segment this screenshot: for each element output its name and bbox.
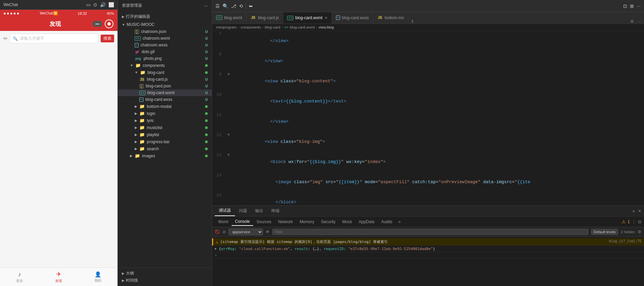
console-gear-icon[interactable]: ⚙ [638, 230, 641, 234]
file-chatroom-json[interactable]: {} chatroom.json U [118, 28, 212, 35]
tab-overflow-icon[interactable]: ··· [636, 19, 644, 24]
folder-playlist[interactable]: ▶ 📁 playlist [118, 131, 212, 138]
console-close-icon[interactable]: ✕ [638, 209, 641, 213]
header-record-button[interactable] [105, 19, 113, 28]
toolbar-separator [246, 3, 246, 9]
file-blog-card-wxml[interactable]: <> blog-card.wxml U [118, 89, 212, 96]
tab-music[interactable]: ♪ 音乐 [0, 268, 39, 286]
line-number: 7 [212, 31, 226, 38]
devtool-tab-security[interactable]: Security [317, 218, 339, 226]
tab-blog-card-wxml[interactable]: <> blog-card.wxml ✕ [283, 12, 332, 24]
png-icon: png [135, 56, 142, 61]
console-header: 调试器 问题 输出 终端 ∧ ✕ [212, 206, 644, 216]
toolbar-search-icon[interactable]: 🔍 [223, 3, 228, 9]
file-blog-card-json[interactable]: {} blog-card.json U [118, 83, 212, 89]
dots-label: ••• [95, 22, 99, 26]
devtool-tab-sources[interactable]: Sources [253, 218, 275, 226]
service-select[interactable]: appservice [229, 229, 263, 235]
toolbar-menu-icon[interactable]: ☰ [215, 3, 220, 9]
code-editor[interactable]: 7 </view> 8 </view> 9 ▼ <view class="blo… [212, 31, 644, 205]
folder-lyric[interactable]: ▶ 📁 lyric [118, 117, 212, 124]
toolbar-back-icon[interactable]: ⬅ [249, 3, 253, 9]
toolbar-branch-icon[interactable]: ⎇ [231, 3, 236, 9]
devtool-tab-appdata[interactable]: AppData [355, 218, 378, 226]
devtool-tab-network[interactable]: Network [275, 218, 296, 226]
folder-musiclist[interactable]: ▶ 📁 musiclist [118, 124, 212, 131]
console-prompt-row[interactable]: › [212, 252, 644, 258]
breadcrumb-part[interactable]: miniprogram [216, 25, 237, 29]
breadcrumb-part[interactable]: blog-card.wxml [290, 25, 315, 29]
devtools-settings-icon[interactable]: ⋮ [632, 219, 636, 224]
project-group[interactable]: ▼ MUSIC-IMOOC [118, 21, 212, 28]
log-expand-icon[interactable]: ▶ [215, 247, 217, 250]
devtool-tab-mock[interactable]: Mock [339, 218, 355, 226]
devtools-dock-icon[interactable]: ⊟ [638, 219, 641, 224]
console-block-icon[interactable]: ⊘ [223, 230, 226, 234]
folder-bottom-modal[interactable]: ▶ 📁 bottom-modal [118, 103, 212, 110]
phone-tabbar: ♪ 音乐 ✈ 发现 👤 我的 [0, 268, 117, 286]
open-editors-group[interactable]: ▶ 打开的编辑器 [118, 12, 212, 21]
fold-indicator[interactable]: ▼ [226, 132, 232, 138]
console-clear-icon[interactable]: 🚫 [215, 230, 220, 234]
tab-mine[interactable]: 👤 我的 [78, 268, 117, 286]
tabs-more-icon[interactable]: ⟫ [408, 19, 416, 24]
write-icon[interactable]: ✏ [3, 35, 8, 42]
tab-discover[interactable]: ✈ 发现 [39, 268, 78, 286]
devtool-tab-memory[interactable]: Memory [296, 218, 317, 226]
console-tab-debugger[interactable]: 调试器 [215, 206, 235, 216]
tab-blog-card-js[interactable]: JS blog-card.js [246, 12, 283, 24]
outline-section[interactable]: ▶ 大纲 [122, 271, 208, 276]
filetree-bottom: ▶ 大纲 ▶ 时间线 [118, 268, 212, 286]
line-content: <text>{{blog.content}}</text> [232, 91, 346, 112]
folder-images[interactable]: ▶ 📁 images [118, 152, 212, 159]
devtool-tab-console[interactable]: Console [232, 218, 253, 226]
filter-input[interactable] [272, 229, 588, 235]
header-buttons: ••• [93, 19, 113, 28]
toolbar-compare-icon[interactable]: ⊡ [623, 3, 627, 9]
devtool-tab-wxml[interactable]: Wxml [215, 218, 232, 226]
folder-login[interactable]: ▶ 📁 login [118, 110, 212, 117]
folder-blog-card[interactable]: ▼ 📁 blog-card [118, 69, 212, 76]
search-button[interactable]: 搜索 [101, 35, 114, 42]
phone-icon-4[interactable]: ⬜ [108, 2, 114, 7]
folder-progress-bar[interactable]: ▶ 📁 progress-bar [118, 138, 212, 145]
file-dots-gif[interactable]: gif dots.gif U [118, 48, 212, 55]
fold-indicator[interactable]: ▼ [226, 152, 232, 159]
tab-split-icon[interactable]: ⊞ [628, 19, 636, 24]
tab-close-icon[interactable]: ✕ [325, 16, 328, 20]
console-tab-issues[interactable]: 问题 [235, 206, 251, 216]
toolbar-more-icon[interactable]: ··· [637, 3, 641, 9]
tab-blog-card-wxss[interactable]: ~ blog-card.wxss [332, 12, 373, 24]
breadcrumb-part[interactable]: blog-card [265, 25, 280, 29]
fold-indicator[interactable]: ▼ [226, 71, 232, 78]
line-content: </view> [232, 112, 289, 132]
header-dots-button[interactable]: ••• [93, 21, 102, 27]
console-source-link[interactable]: blog.js?_[sm]:75 [609, 239, 641, 243]
devtool-tab-audits[interactable]: Audits [378, 218, 396, 226]
timeline-section[interactable]: ▶ 时间线 [122, 278, 208, 283]
phone-icon-1[interactable]: ▭ [86, 2, 91, 7]
tab-blog-wxml[interactable]: <> blog.wxml [212, 12, 246, 24]
console-eye-icon[interactable]: 👁 [266, 230, 270, 234]
tab-bottom-mo[interactable]: JS bottom-mo [373, 12, 409, 24]
file-photo-png[interactable]: png photo.png U [118, 55, 212, 62]
toolbar-debug-icon[interactable]: ⟲ [239, 3, 243, 9]
devtool-tab-more[interactable]: » [396, 218, 404, 226]
filetree-menu-icon[interactable]: ··· [204, 3, 208, 8]
toolbar-split-icon[interactable]: ⊞ [630, 3, 634, 9]
folder-search[interactable]: ▶ 📁 search [118, 145, 212, 152]
file-chatroom-wxml[interactable]: <> chatroom.wxml U [118, 35, 212, 42]
console-tab-output[interactable]: 输出 [251, 206, 267, 216]
phone-icon-3[interactable]: 🔊 [100, 2, 106, 7]
breadcrumb-part[interactable]: components [241, 25, 261, 29]
levels-select-label[interactable]: Default levels [591, 229, 618, 235]
breadcrumb-sep: › [316, 25, 317, 29]
console-tab-terminal[interactable]: 终端 [267, 206, 283, 216]
folder-components[interactable]: ▼ 📁 components [118, 62, 212, 69]
console-collapse-icon[interactable]: ∧ [632, 209, 635, 213]
phone-icon-2[interactable]: ⊙ [93, 2, 97, 7]
file-blog-card-wxss[interactable]: ~ blog-card.wxss U [118, 96, 212, 103]
file-chatroom-wxss[interactable]: ~ chatroom.wxss U [118, 42, 212, 48]
file-blog-card-js[interactable]: JS blog-card.js U [118, 76, 212, 83]
code-line-12: 12 ▼ <view class="blog-img"> [212, 132, 644, 152]
